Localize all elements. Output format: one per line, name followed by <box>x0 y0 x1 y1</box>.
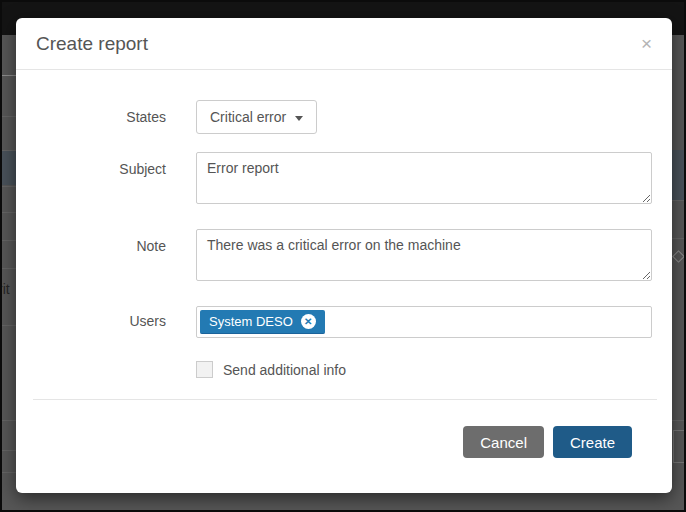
background-row-divider <box>672 200 686 201</box>
background-row-divider <box>672 420 686 421</box>
subject-input[interactable]: Error report <box>196 152 652 204</box>
states-label: States <box>16 100 196 125</box>
background-row-divider <box>0 325 16 326</box>
background-row-divider <box>0 450 16 451</box>
additional-info-checkbox-wrap[interactable]: Send additional info <box>196 361 652 378</box>
background-selected-row <box>672 150 686 200</box>
background-row-divider <box>0 472 16 473</box>
users-row: Users System DESO ✕ <box>16 306 672 338</box>
remove-user-icon[interactable]: ✕ <box>301 314 316 329</box>
background-row-divider <box>0 240 16 241</box>
sort-diamond-icon <box>672 250 685 263</box>
chevron-down-icon <box>295 116 303 121</box>
dialog-title: Create report <box>36 33 148 55</box>
background-row-divider <box>0 186 16 187</box>
users-label: Users <box>16 306 196 329</box>
cancel-button[interactable]: Cancel <box>463 426 544 458</box>
additional-info-row: Send additional info <box>16 361 672 378</box>
subject-row: Subject Error report <box>16 152 672 208</box>
create-report-dialog: Create report × States Critical error Su… <box>16 18 672 493</box>
subject-label: Subject <box>16 152 196 177</box>
users-input[interactable]: System DESO ✕ <box>196 306 652 338</box>
background-table-text: rit <box>0 281 13 297</box>
background-cell-outline <box>673 430 686 463</box>
background-row-divider <box>0 116 16 117</box>
note-row: Note There was a critical error on the m… <box>16 229 672 285</box>
background-row-divider <box>0 268 16 269</box>
background-row-divider <box>0 212 16 213</box>
dialog-footer: Cancel Create <box>16 400 672 458</box>
note-input[interactable]: There was a critical error on the machin… <box>196 229 652 281</box>
user-tag: System DESO ✕ <box>200 310 325 334</box>
background-selected-row <box>0 151 16 185</box>
states-dropdown[interactable]: Critical error <box>196 100 317 134</box>
background-row-divider <box>0 420 16 421</box>
note-label: Note <box>16 229 196 254</box>
close-icon[interactable]: × <box>639 34 654 53</box>
create-button[interactable]: Create <box>553 426 632 458</box>
dialog-header: Create report × <box>16 18 672 70</box>
states-row: States Critical error <box>16 100 672 134</box>
states-selected-value: Critical error <box>210 109 286 125</box>
additional-info-checkbox[interactable] <box>196 361 213 378</box>
user-tag-name: System DESO <box>209 314 293 329</box>
background-row-divider <box>672 238 686 239</box>
additional-info-label: Send additional info <box>223 362 346 378</box>
background-row-divider <box>0 75 16 76</box>
